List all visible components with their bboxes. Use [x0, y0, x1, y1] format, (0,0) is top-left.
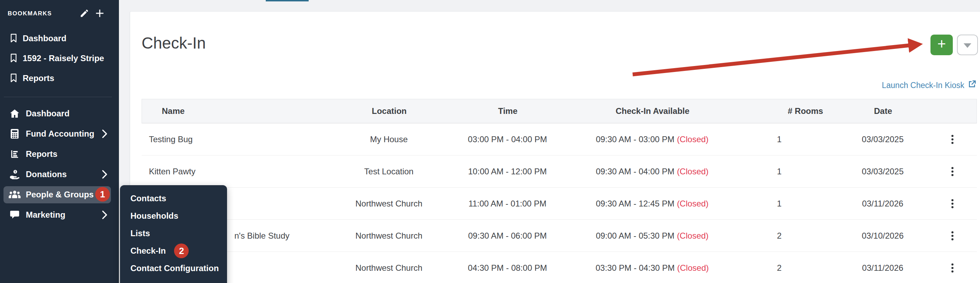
date-cell: 03/03/2025: [837, 134, 928, 144]
date-cell: 03/10/2026: [837, 231, 928, 241]
submenu-item-households[interactable]: Households: [120, 207, 227, 225]
launch-kiosk-link-label: Launch Check-In Kiosk: [881, 81, 964, 90]
kebab-menu-button[interactable]: [945, 162, 960, 181]
bookmark-icon: [10, 53, 18, 63]
location-cell: Northwest Church: [328, 231, 450, 241]
external-link-icon: [967, 80, 977, 91]
bookmark-label: Dashboard: [23, 34, 66, 43]
kebab-menu-button[interactable]: [945, 130, 960, 149]
location-cell: Northwest Church: [328, 263, 450, 273]
annotation-arrow: [625, 36, 936, 82]
sidebar-item-label: Fund Accounting: [26, 129, 94, 139]
kebab-menu-icon: [951, 135, 953, 137]
sidebar-item-dashboard[interactable]: Dashboard: [0, 104, 119, 124]
sidebar-item-label: People & Groups: [26, 190, 94, 200]
add-bookmark-button[interactable]: [94, 8, 106, 19]
column-header-time: Time: [450, 106, 565, 116]
checkin-status: (Closed): [677, 167, 709, 176]
add-checkin-button[interactable]: +: [931, 35, 953, 55]
row-menu-cell: [928, 162, 977, 181]
bookmark-label: Reports: [23, 74, 54, 83]
notification-badge: 1: [95, 187, 110, 201]
rooms-cell: 2: [730, 231, 828, 241]
checkin-status: (Closed): [677, 199, 709, 208]
chevron-right-icon: [102, 170, 107, 179]
main-card: Check-In + Launch Check-In Kiosk Name Lo…: [130, 11, 980, 283]
date-cell: 03/11/2026: [837, 263, 928, 273]
time-cell: 09:30 AM - 06:00 PM: [450, 231, 565, 241]
time-cell: 04:30 PM - 08:00 PM: [450, 263, 565, 273]
date-cell: 03/03/2025: [837, 167, 928, 176]
table-row[interactable]: Northwest Church 11:00 AM - 01:00 PM 09:…: [142, 188, 977, 220]
column-header-checkin-available: Check-In Available: [565, 106, 740, 116]
table-row[interactable]: Testing Bug My House 03:00 PM - 04:00 PM…: [142, 123, 977, 155]
kebab-menu-icon: [951, 199, 953, 201]
sidebar-item-donations[interactable]: Donations: [0, 164, 119, 184]
checkin-status: (Closed): [677, 134, 709, 144]
column-header-rooms: # Rooms: [756, 106, 854, 116]
submenu-item-label: Contacts: [130, 193, 166, 203]
checkin-status: (Closed): [677, 231, 709, 240]
sidebar-item-reports[interactable]: Reports: [0, 144, 119, 164]
chevron-right-icon: [102, 210, 107, 219]
add-dropdown-button[interactable]: [957, 35, 978, 55]
kebab-menu-button[interactable]: [945, 226, 960, 246]
caret-down-icon: [964, 43, 971, 48]
submenu-item-label: Check-In: [130, 246, 165, 256]
bookmark-item-reports[interactable]: Reports: [0, 68, 119, 88]
table-row[interactable]: Kitten Pawty Test Location 10:00 AM - 12…: [142, 155, 977, 188]
row-menu-cell: [928, 226, 977, 246]
location-cell: Test Location: [328, 167, 450, 176]
rooms-cell: 1: [730, 199, 828, 209]
submenu-item-checkin[interactable]: Check-In 2: [120, 242, 227, 260]
kebab-menu-button[interactable]: [945, 258, 960, 278]
sidebar-item-fund-accounting[interactable]: Fund Accounting: [0, 124, 119, 144]
checkin-window: 09:00 AM - 05:30 PM: [596, 231, 674, 240]
plus-icon: [94, 8, 105, 19]
time-cell: 11:00 AM - 01:00 PM: [450, 199, 565, 209]
edit-bookmarks-button[interactable]: [78, 8, 91, 19]
rooms-cell: 1: [730, 167, 828, 176]
location-cell: My House: [328, 134, 450, 144]
bookmark-icon: [10, 74, 18, 83]
sidebar: BOOKMARKS Dashboard 1592 - Raisely Strip…: [0, 0, 119, 283]
sidebar-divider: [4, 97, 112, 97]
sidebar-item-label: Dashboard: [26, 109, 69, 118]
submenu-item-label: Lists: [130, 229, 150, 238]
row-menu-cell: [928, 194, 977, 213]
checkin-available-cell: 09:30 AM - 03:00 PM(Closed): [565, 134, 739, 144]
checkin-available-cell: 09:30 AM - 12:45 PM(Closed): [565, 199, 739, 209]
sidebar-item-label: Marketing: [26, 210, 65, 220]
kebab-menu-icon: [951, 231, 953, 233]
chevron-right-icon: [102, 129, 107, 138]
table-row[interactable]: n's Bible Study Northwest Church 09:30 A…: [142, 220, 977, 252]
submenu-item-lists[interactable]: Lists: [120, 225, 227, 242]
rooms-cell: 1: [730, 134, 828, 144]
sidebar-item-marketing[interactable]: Marketing: [0, 205, 119, 225]
kebab-menu-button[interactable]: [945, 194, 960, 213]
kebab-menu-icon: [951, 167, 953, 169]
bookmark-item-1592-raisely-stripe[interactable]: 1592 - Raisely Stripe: [0, 48, 119, 68]
sidebar-item-label: Donations: [26, 169, 67, 179]
home-icon: [9, 109, 21, 118]
page-title: Check-In: [142, 34, 206, 53]
bookmark-item-dashboard[interactable]: Dashboard: [0, 28, 119, 48]
row-menu-cell: [928, 258, 977, 278]
submenu-item-label: Households: [130, 211, 178, 221]
time-cell: 10:00 AM - 12:00 PM: [450, 167, 565, 176]
date-cell: 03/11/2026: [837, 199, 928, 209]
checkin-available-cell: 09:30 AM - 04:00 PM(Closed): [565, 167, 739, 176]
people-groups-submenu: Contacts Households Lists Check-In 2 Con…: [120, 185, 227, 283]
submenu-item-contact-configuration[interactable]: Contact Configuration: [120, 260, 227, 277]
submenu-item-contacts[interactable]: Contacts: [120, 190, 227, 207]
launch-kiosk-link[interactable]: Launch Check-In Kiosk: [881, 80, 977, 91]
location-cell: Northwest Church: [328, 199, 450, 209]
browser-tab-indicator: [266, 0, 309, 2]
row-menu-cell: [928, 130, 977, 149]
table-row[interactable]: Northwest Church 04:30 PM - 08:00 PM 03:…: [142, 252, 977, 283]
bookmark-label: 1592 - Raisely Stripe: [23, 53, 104, 63]
pencil-icon: [80, 8, 89, 19]
people-icon: [9, 190, 21, 199]
checkin-available-cell: 09:00 AM - 05:30 PM(Closed): [565, 231, 739, 241]
donation-hand-icon: [9, 169, 21, 179]
